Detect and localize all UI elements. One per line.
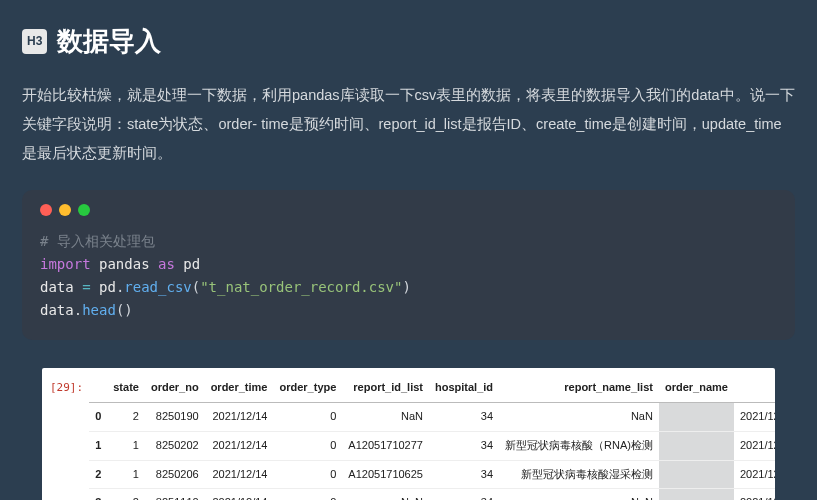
- fn-head: head: [82, 302, 116, 318]
- op-eq: =: [74, 279, 99, 295]
- col-header: report_id_list: [342, 374, 429, 402]
- rparen2: ): [124, 302, 132, 318]
- ref-pd: pd: [99, 279, 116, 295]
- cell-order_type: 0: [273, 402, 342, 431]
- row-index: 1: [89, 431, 107, 460]
- col-header: state: [107, 374, 145, 402]
- cell-report_name_list: 新型冠状病毒核酸（RNA)检测: [499, 431, 659, 460]
- col-header: report_name_list: [499, 374, 659, 402]
- cell-state: 2: [107, 489, 145, 500]
- close-icon[interactable]: [40, 204, 52, 216]
- lparen: (: [192, 279, 200, 295]
- var-data2: data: [40, 302, 74, 318]
- table-row: 3282511102021/12/140NaN34NaN 2021/12/14 …: [89, 489, 775, 500]
- cell-report_id_list: NaN: [342, 489, 429, 500]
- code-block: # 导入相关处理包 import pandas as pd data = pd.…: [22, 190, 795, 340]
- kw-import: import: [40, 256, 91, 272]
- code-comment: # 导入相关处理包: [40, 233, 155, 249]
- cell-order_type: 0: [273, 431, 342, 460]
- col-header: order_no: [145, 374, 205, 402]
- col-header: create_time: [734, 374, 775, 402]
- cell-report_name_list: 新型冠状病毒核酸湿采检测: [499, 460, 659, 489]
- fn-read-csv: read_csv: [124, 279, 191, 295]
- output-prompt: [29]:: [50, 374, 89, 398]
- cell-order_no: 8250190: [145, 402, 205, 431]
- alias-pd: pd: [183, 256, 200, 272]
- col-header: order_time: [205, 374, 274, 402]
- cell-order_name: [659, 402, 734, 431]
- str-filename: "t_nat_order_record.csv": [200, 279, 402, 295]
- cell-order_name: [659, 489, 734, 500]
- table-row: 0282501902021/12/140NaN34NaN 2021/12/14 …: [89, 402, 775, 431]
- cell-order_no: 8250202: [145, 431, 205, 460]
- minimize-icon[interactable]: [59, 204, 71, 216]
- cell-order_name: [659, 431, 734, 460]
- table-row: 1182502022021/12/140A1205171027734新型冠状病毒…: [89, 431, 775, 460]
- code-content: # 导入相关处理包 import pandas as pd data = pd.…: [40, 230, 777, 322]
- mod-pandas: pandas: [99, 256, 150, 272]
- row-index: 0: [89, 402, 107, 431]
- cell-create_time: 2021/12/14 07:32:25: [734, 402, 775, 431]
- cell-state: 1: [107, 431, 145, 460]
- cell-report_name_list: NaN: [499, 489, 659, 500]
- output-block: [29]: stateorder_noorder_timeorder_typer…: [42, 368, 775, 500]
- cell-order_name: [659, 460, 734, 489]
- table-row: 2182502062021/12/140A1205171062534新型冠状病毒…: [89, 460, 775, 489]
- dot2: .: [74, 302, 82, 318]
- col-header: hospital_id: [429, 374, 499, 402]
- row-index: 3: [89, 489, 107, 500]
- cell-order_time: 2021/12/14: [205, 460, 274, 489]
- cell-hospital_id: 34: [429, 460, 499, 489]
- window-controls: [40, 204, 777, 216]
- cell-order_type: 0: [273, 489, 342, 500]
- cell-create_time: 2021/12/14 07:38:36: [734, 431, 775, 460]
- cell-state: 1: [107, 460, 145, 489]
- table-header-row: stateorder_noorder_timeorder_typereport_…: [89, 374, 775, 402]
- cell-report_id_list: A12051710277: [342, 431, 429, 460]
- col-header: order_name: [659, 374, 734, 402]
- cell-state: 2: [107, 402, 145, 431]
- cell-order_no: 8250206: [145, 460, 205, 489]
- cell-create_time: 2021/12/14 07:47:52: [734, 460, 775, 489]
- cell-order_time: 2021/12/14: [205, 431, 274, 460]
- cell-report_id_list: NaN: [342, 402, 429, 431]
- row-index: 2: [89, 460, 107, 489]
- cell-report_name_list: NaN: [499, 402, 659, 431]
- cell-order_time: 2021/12/14: [205, 489, 274, 500]
- cell-hospital_id: 34: [429, 402, 499, 431]
- col-index: [89, 374, 107, 402]
- cell-create_time: 2021/12/14 08:48:11: [734, 489, 775, 500]
- dataframe-table: stateorder_noorder_timeorder_typereport_…: [89, 374, 775, 500]
- heading-row: H3 数据导入: [22, 18, 795, 65]
- intro-text: 开始比较枯燥，就是处理一下数据，利用pandas库读取一下csv表里的数据，将表…: [22, 81, 795, 168]
- cell-report_id_list: A12051710625: [342, 460, 429, 489]
- cell-order_time: 2021/12/14: [205, 402, 274, 431]
- cell-order_type: 0: [273, 460, 342, 489]
- cell-hospital_id: 34: [429, 489, 499, 500]
- cell-hospital_id: 34: [429, 431, 499, 460]
- var-data: data: [40, 279, 74, 295]
- maximize-icon[interactable]: [78, 204, 90, 216]
- col-header: order_type: [273, 374, 342, 402]
- page-title: 数据导入: [57, 18, 161, 65]
- heading-badge: H3: [22, 29, 47, 55]
- kw-as: as: [158, 256, 175, 272]
- rparen: ): [402, 279, 410, 295]
- cell-order_no: 8251110: [145, 489, 205, 500]
